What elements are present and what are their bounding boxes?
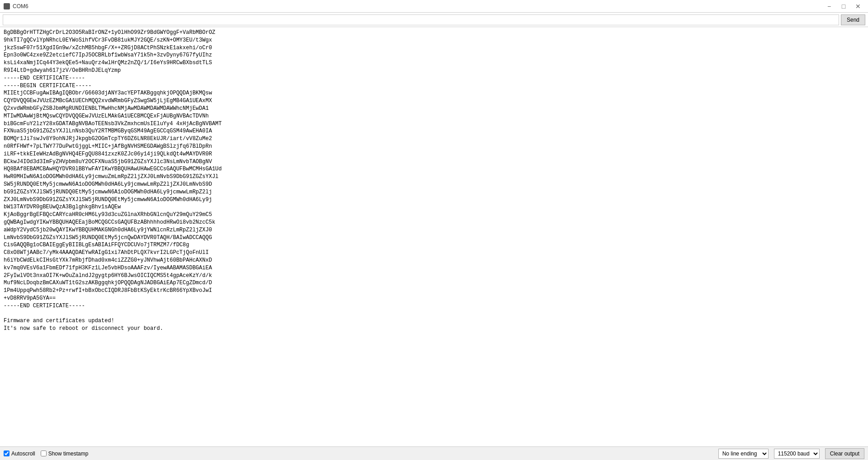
close-button[interactable]: ✕: [852, 2, 864, 11]
title-bar: COM6 − □ ✕: [0, 0, 868, 13]
show-timestamp-checkbox[interactable]: [41, 451, 47, 456]
title-bar-left: COM6: [4, 3, 28, 9]
minimize-button[interactable]: −: [823, 2, 835, 11]
show-timestamp-label[interactable]: Show timestamp: [41, 451, 89, 457]
send-button[interactable]: Send: [841, 14, 865, 25]
input-bar: Send: [0, 13, 868, 27]
serial-input[interactable]: [3, 14, 839, 25]
title-bar-controls: − □ ✕: [823, 2, 864, 11]
status-bar: Autoscroll Show timestamp No line ending…: [0, 446, 868, 460]
maximize-button[interactable]: □: [837, 2, 850, 11]
autoscroll-label[interactable]: Autoscroll: [4, 451, 35, 457]
autoscroll-text: Autoscroll: [11, 451, 35, 457]
serial-output: BgDBBgOrHTTZHgCrDrL2O3O5RaBIrONZ+1yOlHhO…: [0, 27, 868, 446]
show-timestamp-text: Show timestamp: [48, 451, 89, 457]
autoscroll-checkbox[interactable]: [4, 451, 9, 456]
serial-port-icon: [4, 3, 10, 9]
baud-rate-select[interactable]: 300 baud1200 baud2400 baud4800 baud9600 …: [774, 449, 820, 459]
window-title: COM6: [13, 3, 28, 9]
line-ending-select[interactable]: No line endingNewlineCarriage returnBoth…: [718, 449, 769, 459]
clear-output-button[interactable]: Clear output: [825, 448, 864, 459]
